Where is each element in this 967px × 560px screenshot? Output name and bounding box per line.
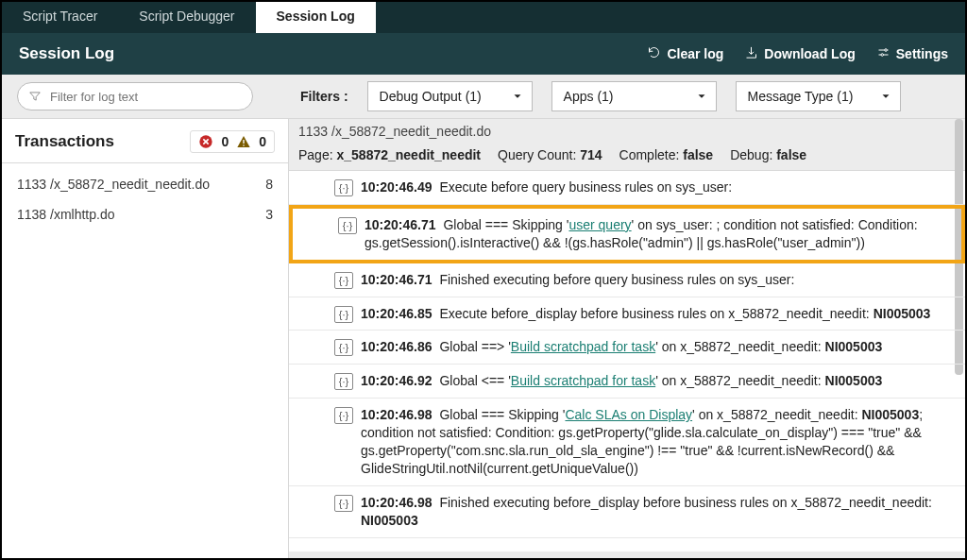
debug-output-value: Debug Output (1) [380,89,482,104]
log-text-pre: Global ==> ' [439,339,510,354]
json-toggle-icon[interactable]: {·} [334,306,353,323]
download-log-button[interactable]: Download Log [744,45,855,62]
log-rows[interactable]: {·} 10:20:46.49 Execute before query bus… [289,171,965,558]
message-type-value: Message Type (1) [748,89,854,104]
log-row: {·} 10:20:46.86 Global ==> 'Build scratc… [289,331,965,365]
transaction-row[interactable]: 1133 /x_58872_needit_needit.do 8 [2,169,288,199]
filter-bar: Filters : Debug Output (1) Apps (1) Mess… [2,75,965,119]
warning-icon [236,134,251,149]
transactions-list: 1133 /x_58872_needit_needit.do 8 1138 /x… [2,163,288,235]
meta-complete-label: Complete: [619,147,680,162]
log-text: Finished executing before_display before… [439,495,931,510]
json-toggle-icon[interactable]: {·} [334,272,353,289]
log-timestamp: 10:20:46.85 [361,306,433,321]
title-actions: Clear log Download Log Settings [647,45,948,62]
json-toggle-icon[interactable]: {·} [334,373,353,390]
meta-debug-value: false [776,147,806,162]
tab-script-tracer[interactable]: Script Tracer [2,2,118,33]
tab-script-debugger[interactable]: Script Debugger [118,2,255,33]
log-row: {·} 10:20:46.71 Finished executing befor… [289,263,965,297]
download-log-label: Download Log [764,46,855,61]
debug-output-dropdown[interactable]: Debug Output (1) [367,81,533,111]
log-text-post: ' on x_58872_needit_needit: [655,339,824,354]
settings-label: Settings [896,46,948,61]
transaction-label: 1133 /x_58872_needit_needit.do [17,177,210,192]
json-toggle-icon[interactable]: {·} [334,339,353,356]
meta-querycount-value: 714 [580,147,602,162]
message-type-dropdown[interactable]: Message Type (1) [736,81,901,111]
meta-page-label: Page: [298,147,333,162]
log-link[interactable]: Build scratchpad for task [511,339,655,354]
log-text-pre: Global === Skipping ' [439,407,565,422]
log-timestamp: 10:20:46.49 [361,179,433,195]
log-record-id: NI005003 [825,339,883,354]
log-group-header: 1138 /xmlhttp.do [289,552,965,558]
log-timestamp: 10:20:46.98 [361,407,433,422]
log-text-post: ' on x_58872_needit_needit: [692,407,861,422]
tab-session-log[interactable]: Session Log [256,2,376,33]
log-timestamp: 10:20:46.86 [361,339,433,354]
error-count: 0 [221,134,229,149]
transaction-count: 8 [265,177,273,192]
log-record-id: NI005003 [861,407,919,422]
log-link[interactable]: Calc SLAs on Display [565,407,692,422]
log-row: {·} 10:20:46.92 Global <== 'Build scratc… [289,365,965,399]
transaction-count: 3 [265,207,273,222]
clear-log-label: Clear log [667,46,723,61]
title-bar: Session Log Clear log Download Log Setti… [2,33,965,75]
log-record-id: NI005003 [361,513,418,528]
warning-count: 0 [259,134,266,149]
meta-debug-label: Debug: [730,147,772,162]
log-row: {·} 10:20:46.85 Execute before_display b… [289,297,965,331]
log-row: {·} 10:20:46.98 Global === Skipping 'Cal… [289,399,965,486]
meta-querycount-label: Query Count: [498,147,576,162]
chevron-down-icon [879,90,892,103]
log-text-pre: Global === Skipping ' [443,217,568,232]
log-text-pre: Global <== ' [439,373,510,388]
log-group-header: 1133 /x_58872_needit_needit.do [289,119,965,144]
json-toggle-icon[interactable]: {·} [338,217,357,234]
meta-complete-value: false [683,147,713,162]
log-timestamp: 10:20:46.71 [361,272,433,287]
transactions-panel: Transactions 0 0 1133 /x_58872_needit_ne… [2,119,289,558]
log-text: Execute before query business rules on s… [439,179,732,195]
svg-rect-4 [244,144,245,145]
transaction-counts: 0 0 [190,130,275,153]
log-record-id: NI005003 [825,373,883,388]
svg-rect-3 [244,140,245,144]
chevron-down-icon [511,90,524,103]
json-toggle-icon[interactable]: {·} [334,179,353,196]
chevron-down-icon [695,90,708,103]
apps-value: Apps (1) [564,89,614,104]
log-link[interactable]: user query [568,217,631,232]
filter-input[interactable] [17,82,253,110]
transactions-heading: Transactions [15,132,114,151]
refresh-icon [647,45,661,62]
sliders-icon [876,45,891,62]
settings-button[interactable]: Settings [876,45,948,62]
log-meta-bar: Page: x_58872_needit_needit Query Count:… [289,144,965,171]
transaction-row[interactable]: 1138 /xmlhttp.do 3 [2,199,288,229]
apps-dropdown[interactable]: Apps (1) [551,81,717,111]
log-row: {·} 10:20:46.98 Finished executing befor… [289,486,965,538]
json-toggle-icon[interactable]: {·} [334,495,353,512]
log-text-post: ' on x_58872_needit_needit: [655,373,824,388]
log-row: {·} 10:20:46.49 Execute before query bus… [289,171,965,205]
log-record-id: NI005003 [874,306,931,321]
svg-point-0 [885,49,888,52]
page-title: Session Log [19,44,114,63]
download-icon [744,45,758,62]
svg-point-1 [881,54,884,57]
log-timestamp: 10:20:46.98 [361,495,433,510]
log-link[interactable]: Build scratchpad for task [511,373,655,388]
clear-log-button[interactable]: Clear log [647,45,723,62]
log-row-highlighted: {·} 10:20:46.71 Global === Skipping 'use… [289,205,965,263]
log-text: Finished executing before query business… [439,272,794,287]
log-text: Execute before_display before business r… [439,306,873,321]
log-detail-panel: 1133 /x_58872_needit_needit.do Page: x_5… [289,119,965,558]
transaction-label: 1138 /xmlhttp.do [17,207,115,222]
json-toggle-icon[interactable]: {·} [334,407,353,424]
filters-label: Filters : [300,89,348,104]
log-timestamp: 10:20:46.71 [365,217,436,232]
meta-page-value: x_58872_needit_needit [336,147,481,162]
